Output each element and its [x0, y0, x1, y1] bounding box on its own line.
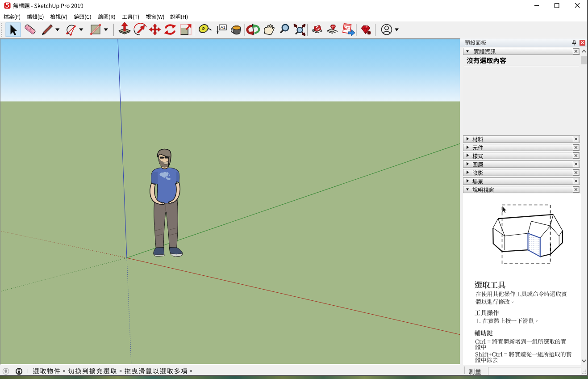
svg-text:A1: A1	[221, 25, 226, 29]
